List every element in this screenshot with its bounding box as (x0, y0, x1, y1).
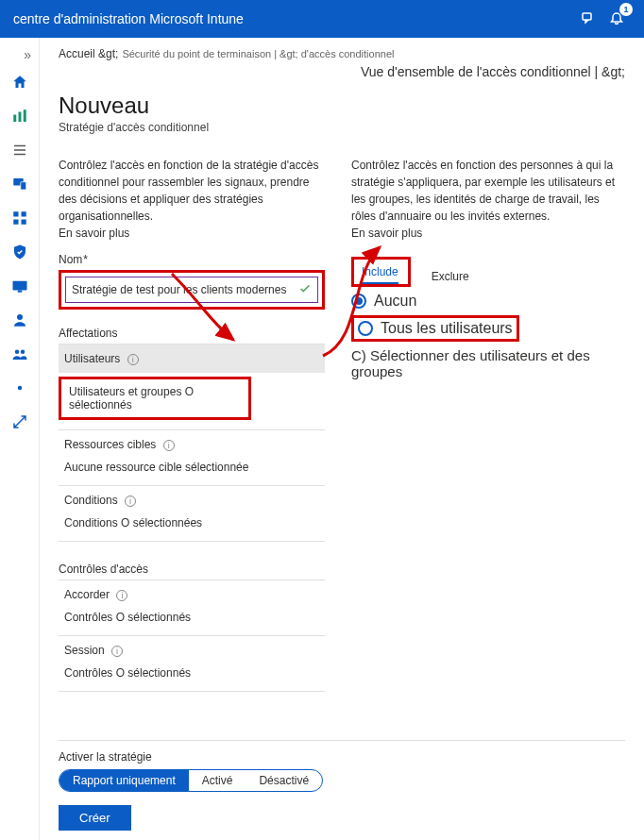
crumb-overview[interactable]: Vue d'ensemble de l'accès conditionnel |… (361, 64, 625, 79)
grant-label: Accorder (64, 588, 110, 601)
learn-more-link-right[interactable]: En savoir plus (351, 227, 625, 240)
notifications-icon[interactable]: 1 (602, 5, 631, 33)
policy-name-input[interactable]: Stratégie de test pour les clients moder… (65, 277, 318, 303)
svg-rect-12 (21, 220, 25, 225)
svg-rect-13 (12, 281, 26, 291)
breadcrumb: Accueil &gt; Sécurité du point de termin… (59, 47, 625, 79)
learn-more-link[interactable]: En savoir plus (59, 227, 325, 240)
resources-label: Ressources cibles (64, 438, 156, 451)
sidebar-item-groups[interactable] (3, 338, 37, 370)
session-value: Contrôles O sélectionnés (59, 664, 325, 687)
option-all-label[interactable]: Tous les utilisateurs (381, 320, 513, 337)
session-label: Session (64, 644, 105, 657)
svg-rect-1 (13, 115, 16, 123)
footer-actions: Activer la stratégie Rapport uniquement … (59, 740, 625, 831)
sidebar: » (0, 38, 40, 840)
info-icon[interactable]: i (116, 590, 127, 601)
tab-include[interactable]: Include (362, 265, 398, 284)
svg-point-16 (14, 350, 19, 355)
svg-rect-3 (23, 109, 25, 122)
name-label: Nom (59, 253, 325, 266)
info-icon[interactable]: i (125, 496, 136, 507)
conditions-row[interactable]: Conditions i (59, 486, 325, 514)
svg-rect-2 (18, 112, 21, 123)
option-all-users-highlight: Tous les utilisateurs (351, 315, 625, 342)
users-label: Utilisateurs (64, 352, 120, 365)
users-selected-highlight: Utilisateurs et groupes O sélectionnés (59, 377, 251, 420)
left-description: Contrôlez l'accès en fonction de la stra… (59, 157, 325, 225)
crumb-home[interactable]: Accueil &gt; (59, 47, 118, 60)
svg-rect-0 (583, 13, 591, 20)
sidebar-item-devices[interactable] (3, 168, 37, 200)
page-title: Nouveau (59, 92, 625, 119)
sidebar-item-list[interactable] (3, 134, 37, 166)
tab-exclude[interactable]: Exclure (432, 270, 469, 287)
app-title: centre d'administration Microsoft Intune (13, 11, 574, 26)
sidebar-item-admin[interactable] (3, 372, 37, 404)
users-selected-value: Utilisateurs et groupes O sélectionnés (69, 385, 194, 412)
policy-toggle[interactable]: Rapport uniquement Activé Désactivé (59, 769, 323, 792)
grant-value: Contrôles O sélectionnés (59, 609, 325, 631)
right-description: Contrôlez l'accès en fonction des person… (351, 157, 625, 225)
conditions-value: Conditions O sélectionnées (59, 514, 325, 537)
toggle-active[interactable]: Activé (189, 770, 246, 791)
svg-point-15 (17, 314, 23, 320)
conditions-label: Conditions (64, 494, 118, 507)
sidebar-toggle-icon[interactable]: » (24, 47, 31, 62)
crumb-security[interactable]: Sécurité du point de terminaison | &gt; … (122, 48, 394, 59)
option-none-label: Aucun (374, 293, 416, 310)
option-select-users[interactable]: C) Sélectionner des utilisateurs et des … (351, 347, 625, 379)
toggle-disabled[interactable]: Désactivé (246, 770, 322, 791)
info-icon[interactable]: i (111, 646, 123, 657)
radio-icon[interactable] (358, 321, 373, 336)
feedback-icon[interactable] (574, 5, 602, 33)
svg-rect-11 (13, 220, 18, 225)
page-subtitle: Stratégie d'accès conditionnel (59, 121, 625, 134)
affectations-heading: Affectations (59, 327, 325, 340)
toggle-report-only[interactable]: Rapport uniquement (59, 770, 189, 791)
include-tab-highlight: Include (351, 257, 411, 287)
svg-rect-14 (17, 291, 22, 293)
policy-name-value: Stratégie de test pour les clients moder… (72, 283, 286, 296)
notification-badge: 1 (619, 3, 633, 16)
svg-rect-10 (21, 211, 25, 216)
session-row[interactable]: Session i (59, 636, 325, 664)
resources-row[interactable]: Ressources cibles i (59, 430, 325, 459)
sidebar-item-reports[interactable] (3, 270, 37, 302)
users-row[interactable]: Utilisateurs i (59, 344, 325, 373)
name-field-highlight: Stratégie de test pour les clients moder… (59, 270, 325, 310)
sidebar-item-tools[interactable] (3, 406, 37, 438)
option-none[interactable]: Aucun (351, 293, 625, 310)
sidebar-item-apps[interactable] (3, 202, 37, 234)
info-icon[interactable]: i (127, 354, 139, 365)
svg-point-18 (17, 386, 22, 391)
checkmark-icon (298, 282, 312, 295)
radio-icon (351, 294, 366, 309)
svg-point-17 (20, 350, 25, 355)
sidebar-item-security[interactable] (3, 236, 37, 268)
sidebar-item-dashboard[interactable] (3, 100, 37, 132)
controls-heading: Contrôles d'accès (59, 563, 325, 576)
activate-label: Activer la stratégie (59, 750, 625, 764)
svg-rect-8 (20, 182, 25, 190)
sidebar-item-home[interactable] (3, 66, 37, 98)
grant-row[interactable]: Accorder i (59, 580, 325, 609)
header-bar: centre d'administration Microsoft Intune… (0, 0, 644, 38)
info-icon[interactable]: i (163, 440, 175, 451)
resources-value: Aucune ressource cible sélectionnée (59, 459, 325, 481)
create-button[interactable]: Créer (59, 805, 131, 831)
svg-rect-9 (13, 211, 18, 216)
sidebar-item-user[interactable] (3, 304, 37, 336)
